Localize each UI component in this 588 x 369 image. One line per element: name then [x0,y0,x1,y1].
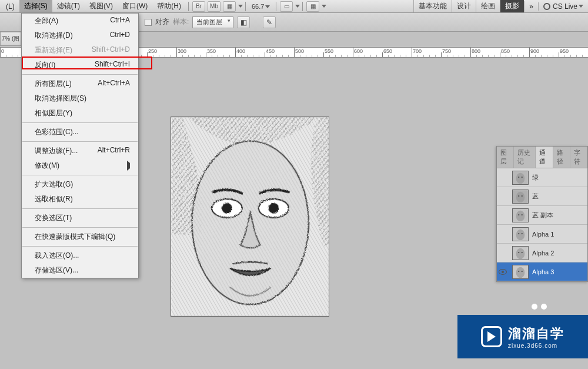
workspace-more[interactable]: » [524,1,538,12]
channel-row-蓝副本[interactable]: 蓝 副本 [497,206,587,225]
channel-thumbnail [512,265,529,279]
workspace-essentials[interactable]: 基本功能 [413,0,452,12]
menu-item-filter[interactable]: 滤镜(T) [52,0,85,12]
panel-tab-通道[interactable]: 通道 [536,147,553,168]
menu-item-s[interactable]: 取消选择图层(S) [22,91,138,106]
svg-point-11 [516,172,525,183]
canvas-image [171,117,329,316]
channel-thumbnail [512,208,529,222]
menu-item-select[interactable]: 选择(S) [19,0,52,12]
menu-item-f[interactable]: 调整边缘(F)...Alt+Ctrl+R [22,144,138,158]
play-icon [481,326,502,347]
channel-name: Alpha 3 [532,268,554,275]
svg-point-12 [518,176,519,177]
svg-point-7 [221,202,232,213]
svg-point-29 [522,251,523,252]
zoom-value[interactable]: 66.7 [252,3,270,10]
screenmode-icon[interactable]: ▦ [223,1,236,12]
svg-point-16 [518,195,519,196]
doc-tab-fragment[interactable]: 7% (图 [0,32,21,46]
cslive-icon [543,3,550,10]
sample-label: 样本: [173,17,189,27]
align-label: 对齐 [155,17,169,27]
brush-pressure-icon[interactable]: ✎ [263,16,276,28]
panel-tabs: 图层历史记通道路径字符 [497,147,587,168]
align-checkbox[interactable] [145,19,152,26]
svg-point-23 [516,229,525,240]
document-canvas[interactable] [171,117,329,317]
channel-name: Alpha 1 [532,231,554,238]
channel-thumbnail [512,171,529,185]
menu-item-l[interactable]: 所有图层(L)Alt+Ctrl+A [22,77,138,91]
channel-row-Alpha1[interactable]: Alpha 1 [497,225,587,244]
menu-item-l[interactable]: (L) [1,1,19,12]
svg-point-21 [522,214,523,215]
extras-icon[interactable]: ▦ [306,1,319,12]
svg-point-15 [516,191,525,202]
dots-decoration [532,304,547,310]
channel-thumbnail [512,190,529,204]
channel-thumbnail [512,227,529,241]
workspace-photo[interactable]: 摄影 [500,0,524,12]
minibridge-icon[interactable]: Mb [208,1,220,12]
channel-row-Alpha3[interactable]: Alpha 3 [497,262,587,281]
channel-row-绿[interactable]: 绿 [497,168,587,187]
cslive-button[interactable]: CS Live [538,2,588,11]
svg-point-17 [522,195,523,196]
menu-item-a[interactable]: 全部(A)Ctrl+A [22,14,138,28]
svg-point-9 [268,202,279,213]
channels-panel: 图层历史记通道路径字符 绿蓝蓝 副本Alpha 1Alpha 2Alpha 3 [496,146,588,282]
bridge-icon[interactable]: Br [192,1,205,12]
svg-point-33 [522,270,523,271]
panel-tab-图层[interactable]: 图层 [497,147,514,168]
svg-point-24 [518,232,519,234]
channel-name: 绿 [532,173,539,182]
channel-row-Alpha2[interactable]: Alpha 2 [497,244,587,262]
sample-select[interactable]: 当前图层 [192,16,233,28]
ignore-adjust-icon[interactable]: ◧ [237,16,250,28]
menu-item-y[interactable]: 相似图层(Y) [22,106,138,121]
menu-item-q[interactable]: 在快速蒙版模式下编辑(Q) [22,230,138,244]
menu-item-d[interactable]: 取消选择(D)Ctrl+D [22,28,138,43]
panel-tab-历史记[interactable]: 历史记 [514,147,536,168]
panel-tab-字符[interactable]: 字符 [570,147,587,168]
menu-item-c[interactable]: 色彩范围(C)... [22,125,138,139]
watermark-banner: 溜溜自学 zixue.3d66.com [457,315,588,358]
menu-item-m[interactable]: 修改(M) [22,158,138,173]
svg-point-20 [518,214,519,215]
workspace-paint[interactable]: 绘画 [476,0,500,12]
watermark-url: zixue.3d66.com [508,343,564,349]
panel-tab-路径[interactable]: 路径 [553,147,570,168]
svg-point-28 [518,251,519,252]
menu-item-view[interactable]: 视图(V) [85,0,118,12]
channel-name: Alpha 2 [532,250,554,257]
visibility-toggle[interactable] [497,269,509,275]
menu-item-i[interactable]: 反向(I)Shift+Ctrl+I [22,58,138,72]
arrange-icon[interactable]: ▭ [280,1,293,12]
menu-item-t[interactable]: 变换选区(T) [22,211,138,225]
svg-point-19 [516,210,525,221]
channel-name: 蓝 [532,192,539,201]
svg-point-25 [522,232,523,234]
menu-item-e: 重新选择(E)Shift+Ctrl+D [22,43,138,58]
workspace-design[interactable]: 设计 [452,0,476,12]
channel-row-蓝[interactable]: 蓝 [497,187,587,206]
svg-point-27 [516,248,525,258]
channel-name: 蓝 副本 [532,211,553,220]
watermark-title: 溜溜自学 [508,325,564,343]
menu-item-window[interactable]: 窗口(W) [118,0,152,12]
select-menu-dropdown: 全部(A)Ctrl+A取消选择(D)Ctrl+D重新选择(E)Shift+Ctr… [21,13,139,278]
svg-point-32 [518,270,519,271]
svg-point-13 [522,176,523,177]
menu-item-help[interactable]: 帮助(H) [152,0,186,12]
menu-item-v[interactable]: 存储选区(V)... [22,263,138,278]
menu-item-r[interactable]: 选取相似(R) [22,192,138,207]
menu-item-g[interactable]: 扩大选取(G) [22,177,138,192]
svg-point-31 [516,267,525,277]
menu-item-o[interactable]: 载入选区(O)... [22,248,138,263]
channel-thumbnail [512,246,529,260]
menubar: (L) 选择(S) 滤镜(T) 视图(V) 窗口(W) 帮助(H) Br Mb … [0,0,588,13]
